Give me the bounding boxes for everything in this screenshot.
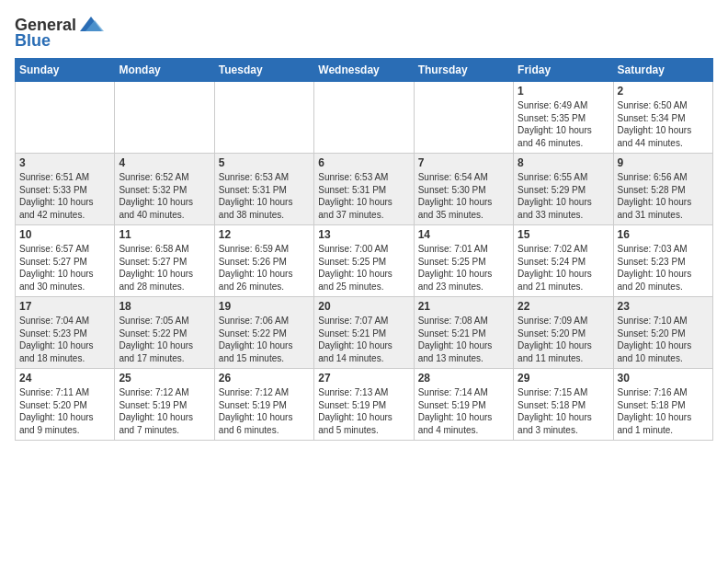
- day-cell-12: 12Sunrise: 6:59 AM Sunset: 5:26 PM Dayli…: [214, 225, 313, 297]
- day-info: Sunrise: 6:59 AM Sunset: 5:26 PM Dayligh…: [219, 243, 310, 293]
- day-cell-21: 21Sunrise: 7:08 AM Sunset: 5:21 PM Dayli…: [414, 297, 513, 369]
- day-number: 1: [518, 85, 609, 98]
- day-number: 18: [119, 300, 210, 313]
- day-cell-18: 18Sunrise: 7:05 AM Sunset: 5:22 PM Dayli…: [115, 297, 214, 369]
- day-cell-4: 4Sunrise: 6:52 AM Sunset: 5:32 PM Daylig…: [115, 154, 214, 225]
- day-number: 7: [418, 156, 509, 169]
- day-number: 26: [219, 372, 310, 385]
- day-info: Sunrise: 7:14 AM Sunset: 5:19 PM Dayligh…: [418, 386, 509, 436]
- day-number: 28: [418, 372, 509, 385]
- day-info: Sunrise: 7:09 AM Sunset: 5:20 PM Dayligh…: [518, 315, 609, 364]
- day-cell-7: 7Sunrise: 6:54 AM Sunset: 5:30 PM Daylig…: [414, 154, 513, 225]
- day-info: Sunrise: 7:03 AM Sunset: 5:23 PM Dayligh…: [618, 243, 709, 293]
- day-info: Sunrise: 7:05 AM Sunset: 5:22 PM Dayligh…: [119, 315, 210, 364]
- day-number: 8: [518, 156, 609, 169]
- day-info: Sunrise: 7:08 AM Sunset: 5:21 PM Dayligh…: [418, 315, 509, 364]
- day-cell-24: 24Sunrise: 7:11 AM Sunset: 5:20 PM Dayli…: [16, 369, 115, 441]
- day-info: Sunrise: 7:01 AM Sunset: 5:25 PM Dayligh…: [418, 243, 509, 293]
- day-cell-11: 11Sunrise: 6:58 AM Sunset: 5:27 PM Dayli…: [115, 225, 214, 297]
- day-info: Sunrise: 6:53 AM Sunset: 5:31 PM Dayligh…: [318, 171, 409, 221]
- day-number: 11: [119, 228, 210, 241]
- calendar-header-row: SundayMondayTuesdayWednesdayThursdayFrid…: [16, 59, 713, 82]
- day-number: 16: [618, 228, 709, 241]
- day-cell-26: 26Sunrise: 7:12 AM Sunset: 5:19 PM Dayli…: [214, 369, 313, 441]
- day-cell-20: 20Sunrise: 7:07 AM Sunset: 5:21 PM Dayli…: [314, 297, 414, 369]
- day-cell-5: 5Sunrise: 6:53 AM Sunset: 5:31 PM Daylig…: [214, 154, 313, 225]
- week-row-3: 10Sunrise: 6:57 AM Sunset: 5:27 PM Dayli…: [16, 225, 713, 297]
- week-row-4: 17Sunrise: 7:04 AM Sunset: 5:23 PM Dayli…: [16, 297, 713, 369]
- day-info: Sunrise: 6:54 AM Sunset: 5:30 PM Dayligh…: [418, 171, 509, 221]
- day-number: 25: [119, 372, 210, 385]
- empty-cell: [214, 82, 313, 154]
- day-info: Sunrise: 6:58 AM Sunset: 5:27 PM Dayligh…: [119, 243, 210, 293]
- day-info: Sunrise: 6:55 AM Sunset: 5:29 PM Dayligh…: [518, 171, 609, 221]
- col-header-tuesday: Tuesday: [214, 59, 313, 82]
- day-number: 4: [119, 156, 210, 169]
- day-info: Sunrise: 7:04 AM Sunset: 5:23 PM Dayligh…: [19, 315, 110, 364]
- day-info: Sunrise: 7:06 AM Sunset: 5:22 PM Dayligh…: [219, 315, 310, 364]
- logo: General Blue: [15, 15, 106, 51]
- day-cell-10: 10Sunrise: 6:57 AM Sunset: 5:27 PM Dayli…: [16, 225, 115, 297]
- day-info: Sunrise: 6:53 AM Sunset: 5:31 PM Dayligh…: [219, 171, 310, 221]
- day-number: 6: [318, 156, 409, 169]
- day-info: Sunrise: 7:10 AM Sunset: 5:20 PM Dayligh…: [618, 315, 709, 364]
- col-header-wednesday: Wednesday: [314, 59, 414, 82]
- day-number: 22: [518, 300, 609, 313]
- col-header-friday: Friday: [514, 59, 613, 82]
- day-number: 23: [618, 300, 709, 313]
- day-info: Sunrise: 6:50 AM Sunset: 5:34 PM Dayligh…: [618, 99, 709, 149]
- header: General Blue: [15, 11, 713, 51]
- day-cell-30: 30Sunrise: 7:16 AM Sunset: 5:18 PM Dayli…: [613, 369, 712, 441]
- day-info: Sunrise: 6:56 AM Sunset: 5:28 PM Dayligh…: [618, 171, 709, 221]
- day-number: 2: [618, 85, 709, 98]
- day-cell-9: 9Sunrise: 6:56 AM Sunset: 5:28 PM Daylig…: [613, 154, 712, 225]
- day-number: 21: [418, 300, 509, 313]
- col-header-sunday: Sunday: [16, 59, 115, 82]
- week-row-1: 1Sunrise: 6:49 AM Sunset: 5:35 PM Daylig…: [16, 82, 713, 154]
- day-info: Sunrise: 6:49 AM Sunset: 5:35 PM Dayligh…: [518, 99, 609, 149]
- day-number: 12: [219, 228, 310, 241]
- col-header-saturday: Saturday: [613, 59, 712, 82]
- day-number: 10: [19, 228, 110, 241]
- day-cell-13: 13Sunrise: 7:00 AM Sunset: 5:25 PM Dayli…: [314, 225, 414, 297]
- logo-blue-text: Blue: [15, 31, 51, 51]
- day-cell-15: 15Sunrise: 7:02 AM Sunset: 5:24 PM Dayli…: [514, 225, 613, 297]
- logo-icon: [78, 15, 104, 35]
- day-info: Sunrise: 7:07 AM Sunset: 5:21 PM Dayligh…: [318, 315, 409, 364]
- empty-cell: [115, 82, 214, 154]
- day-number: 17: [19, 300, 110, 313]
- day-number: 14: [418, 228, 509, 241]
- page-container: General Blue SundayMondayTuesdayWednesda…: [0, 0, 728, 448]
- day-cell-29: 29Sunrise: 7:15 AM Sunset: 5:18 PM Dayli…: [514, 369, 613, 441]
- day-number: 9: [618, 156, 709, 169]
- day-cell-8: 8Sunrise: 6:55 AM Sunset: 5:29 PM Daylig…: [514, 154, 613, 225]
- day-info: Sunrise: 7:16 AM Sunset: 5:18 PM Dayligh…: [618, 386, 709, 436]
- day-cell-1: 1Sunrise: 6:49 AM Sunset: 5:35 PM Daylig…: [514, 82, 613, 154]
- day-cell-25: 25Sunrise: 7:12 AM Sunset: 5:19 PM Dayli…: [115, 369, 214, 441]
- day-info: Sunrise: 7:13 AM Sunset: 5:19 PM Dayligh…: [318, 386, 409, 436]
- day-cell-3: 3Sunrise: 6:51 AM Sunset: 5:33 PM Daylig…: [16, 154, 115, 225]
- day-number: 5: [219, 156, 310, 169]
- day-cell-27: 27Sunrise: 7:13 AM Sunset: 5:19 PM Dayli…: [314, 369, 414, 441]
- day-number: 13: [318, 228, 409, 241]
- empty-cell: [314, 82, 414, 154]
- day-cell-28: 28Sunrise: 7:14 AM Sunset: 5:19 PM Dayli…: [414, 369, 513, 441]
- day-cell-17: 17Sunrise: 7:04 AM Sunset: 5:23 PM Dayli…: [16, 297, 115, 369]
- day-number: 3: [19, 156, 110, 169]
- day-cell-6: 6Sunrise: 6:53 AM Sunset: 5:31 PM Daylig…: [314, 154, 414, 225]
- day-cell-19: 19Sunrise: 7:06 AM Sunset: 5:22 PM Dayli…: [214, 297, 313, 369]
- empty-cell: [414, 82, 513, 154]
- day-info: Sunrise: 6:52 AM Sunset: 5:32 PM Dayligh…: [119, 171, 210, 221]
- day-info: Sunrise: 7:12 AM Sunset: 5:19 PM Dayligh…: [219, 386, 310, 436]
- day-cell-22: 22Sunrise: 7:09 AM Sunset: 5:20 PM Dayli…: [514, 297, 613, 369]
- empty-cell: [16, 82, 115, 154]
- day-info: Sunrise: 7:00 AM Sunset: 5:25 PM Dayligh…: [318, 243, 409, 293]
- day-number: 27: [318, 372, 409, 385]
- col-header-monday: Monday: [115, 59, 214, 82]
- day-number: 15: [518, 228, 609, 241]
- week-row-2: 3Sunrise: 6:51 AM Sunset: 5:33 PM Daylig…: [16, 154, 713, 225]
- day-number: 24: [19, 372, 110, 385]
- day-cell-23: 23Sunrise: 7:10 AM Sunset: 5:20 PM Dayli…: [613, 297, 712, 369]
- day-info: Sunrise: 7:15 AM Sunset: 5:18 PM Dayligh…: [518, 386, 609, 436]
- week-row-5: 24Sunrise: 7:11 AM Sunset: 5:20 PM Dayli…: [16, 369, 713, 441]
